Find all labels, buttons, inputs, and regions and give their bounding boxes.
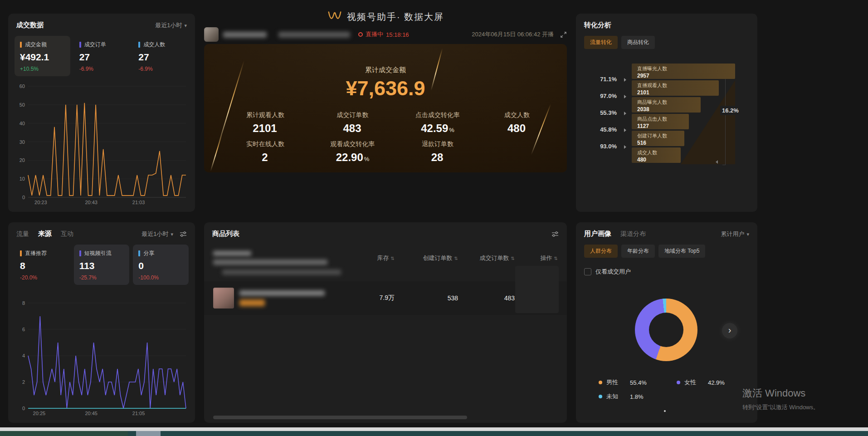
svg-text:6: 6	[22, 327, 25, 332]
pill-product-conversion[interactable]: 商品转化	[621, 36, 655, 49]
svg-text:20:23: 20:23	[34, 200, 47, 205]
page-title: 视频号助手· 数据大屏	[347, 11, 444, 23]
cell-deal-orders: 483	[458, 294, 515, 302]
fullscreen-icon[interactable]	[560, 31, 567, 38]
carousel-next-button[interactable]	[722, 323, 737, 338]
funnel-overall-rate: 16.2%	[720, 106, 741, 115]
product-thumbnail	[213, 288, 234, 309]
funnel-stage: 直播曝光人数2957	[632, 64, 735, 79]
streamer-avatar	[204, 27, 219, 42]
tab-channel-distribution[interactable]: 渠道分布	[620, 230, 646, 238]
series-marker	[20, 250, 22, 256]
svg-text:0: 0	[22, 406, 25, 411]
funnel-step-rate: 55.3%	[584, 109, 617, 116]
summary-panel: 累计成交金额 ¥7,636.9 累计观看人数 2101 成交订单数 483 点击…	[204, 44, 567, 172]
conversion-panel-title: 转化分析	[584, 21, 611, 29]
funnel-step-rate: 45.8%	[584, 126, 617, 133]
pill-crowd-distribution[interactable]: 人群分布	[584, 245, 618, 258]
series-marker	[20, 42, 22, 48]
funnel-step-rate: 93.0%	[584, 143, 617, 150]
legend-item-male: 男性 55.4%	[599, 378, 677, 387]
svg-text:20: 20	[20, 157, 25, 163]
funnel-step-rate: 71.1%	[584, 76, 617, 83]
channels-logo-icon	[327, 10, 342, 24]
conversion-funnel-chart: 16.2% 直播曝光人数2957直播观看人数2101商品曝光人数2038商品点击…	[584, 61, 749, 203]
product-badge-redacted	[239, 299, 265, 306]
column-header-deal-orders[interactable]: 成交订单数	[458, 254, 515, 262]
deal-range-dropdown[interactable]: 最近1小时	[155, 21, 187, 29]
svg-text:0: 0	[22, 195, 25, 200]
user-scope-dropdown[interactable]: 累计用户	[721, 230, 749, 238]
legend-item-female: 女性 42.9%	[677, 378, 755, 387]
tab-traffic[interactable]: 流量	[16, 230, 29, 238]
legend-item-unknown: 未知 1.8%	[599, 392, 677, 401]
cell-created-orders: 538	[395, 294, 458, 302]
funnel-stage: 直播观看人数2101	[632, 80, 719, 96]
column-header-action[interactable]: 操作	[515, 254, 558, 262]
funnel-overall-arrow-icon	[716, 160, 718, 164]
male-dot-icon	[599, 381, 602, 384]
svg-text:21:03: 21:03	[132, 200, 145, 205]
pill-traffic-conversion[interactable]: 流量转化	[584, 36, 618, 49]
svg-text:20:43: 20:43	[85, 200, 98, 205]
unknown-dot-icon	[599, 395, 602, 398]
funnel-step-arrow-icon	[624, 78, 626, 82]
column-header-created-orders[interactable]: 创建订单数	[395, 254, 458, 262]
bottom-scrollbar-thumb[interactable]	[136, 431, 161, 436]
stream-title-redacted	[278, 32, 350, 38]
pill-age-distribution[interactable]: 年龄分布	[621, 245, 655, 258]
svg-text:2: 2	[22, 379, 25, 385]
stat-watch-conversion: 观看成交转化率 22.90%	[311, 140, 395, 164]
svg-text:60: 60	[20, 83, 25, 89]
traffic-range-dropdown[interactable]: 最近1小时	[141, 230, 173, 238]
stat-click-conversion: 点击成交转化率 42.59%	[395, 111, 481, 135]
dashboard: 视频号助手· 数据大屏 直播中 15:18:16 2024年06月15日 06:…	[0, 0, 868, 436]
series-marker	[79, 250, 81, 256]
card-deal-amount[interactable]: 成交金额 ¥492.1 +10.5%	[15, 36, 70, 76]
card-live-recommend[interactable]: 直播推荐 8 -20.0%	[15, 245, 70, 285]
svg-text:4: 4	[22, 353, 25, 358]
tab-user-profile[interactable]: 用户画像	[584, 230, 611, 238]
column-header-stock[interactable]: 库存	[342, 254, 395, 262]
svg-text:40: 40	[20, 121, 25, 126]
summary-stats-row-2: 实时在线人数 2 观看成交转化率 22.90% 退款订单数 28	[220, 140, 553, 164]
carousel-dot-indicator[interactable]	[664, 410, 666, 412]
tab-source[interactable]: 来源	[38, 230, 52, 238]
streamer-name-redacted	[223, 32, 267, 38]
card-short-video[interactable]: 短视频引流 113 -25.7%	[74, 245, 130, 285]
summary-title: 累计成交金额	[204, 66, 567, 74]
total-deal-amount: ¥7,636.9	[204, 77, 567, 100]
product-cell-redacted	[213, 288, 342, 309]
stat-online-now: 实时在线人数 2	[220, 140, 311, 164]
window-edge-bar	[0, 431, 868, 436]
product-filter-icon[interactable]	[551, 231, 559, 237]
user-profile-panel: 用户画像 渠道分布 累计用户 人群分布 年龄分布 地域分布 Top5 仅看成交用…	[576, 222, 757, 423]
card-deal-orders[interactable]: 成交订单 27 -6.9%	[74, 36, 130, 76]
svg-text:20:45: 20:45	[85, 411, 98, 416]
pill-region-top5[interactable]: 地域分布 Top5	[658, 245, 705, 258]
tab-interaction[interactable]: 互动	[61, 230, 73, 238]
product-name-header-redacted	[213, 251, 342, 265]
horizontal-scrollbar-thumb[interactable]	[213, 416, 467, 419]
live-status-label: 直播中	[366, 30, 383, 39]
action-column-highlight	[515, 266, 559, 313]
product-table-row[interactable]: 7.9万 538 483 详情	[204, 281, 567, 315]
checkbox-label: 仅看成交用户	[595, 268, 631, 276]
product-title-redacted	[239, 290, 325, 296]
windows-activation-watermark: 激活 Windows 转到“设置”以激活 Windows。	[742, 387, 819, 412]
donut-legend: 男性 55.4% 女性 42.9% 未知 1.8%	[599, 378, 755, 401]
series-marker	[79, 42, 81, 48]
card-share[interactable]: 分享 0 -100.0%	[133, 245, 189, 285]
page-horizontal-scrollbar[interactable]	[0, 427, 868, 431]
funnel-step-rate: 97.0%	[584, 93, 617, 99]
traffic-filter-icon[interactable]	[180, 231, 187, 237]
conversion-panel: 转化分析 流量转化 商品转化 16.2% 直播曝光人数2957直播观看人数210…	[576, 14, 757, 212]
svg-text:8: 8	[22, 300, 25, 306]
funnel-step-arrow-icon	[624, 95, 626, 98]
live-dot-icon	[358, 32, 363, 37]
traffic-trend-chart: 0246820:2520:4521:05	[16, 299, 189, 417]
deal-users-only-checkbox[interactable]	[584, 268, 591, 275]
card-deal-users[interactable]: 成交人数 27 -6.9%	[133, 36, 189, 76]
live-info-bar: 直播中 15:18:16 2024年06月15日 06:06:42 开播	[204, 26, 567, 43]
live-timer: 15:18:16	[386, 31, 409, 38]
